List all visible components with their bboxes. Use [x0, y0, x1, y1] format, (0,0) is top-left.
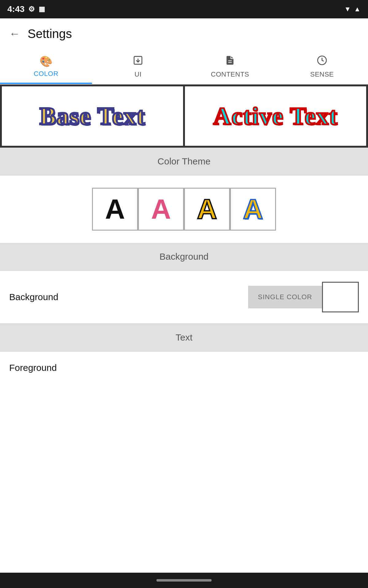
base-text-preview[interactable]: Base Text: [1, 85, 184, 147]
theme-option-gold[interactable]: A: [184, 188, 230, 231]
theme-options: A A A A: [0, 175, 368, 243]
tab-sense[interactable]: SENSE: [276, 49, 368, 84]
tab-ui[interactable]: UI: [92, 49, 184, 84]
text-section-header: Text: [0, 324, 368, 351]
sense-tab-icon: [317, 55, 327, 68]
color-theme-section-header: Color Theme: [0, 148, 368, 175]
background-row-label: Background: [9, 292, 248, 302]
page-title: Settings: [28, 27, 72, 41]
ui-tab-icon: [133, 55, 143, 68]
color-theme-label: Color Theme: [158, 156, 211, 166]
header: ← Settings: [0, 18, 368, 49]
foreground-row: Foreground: [0, 352, 368, 384]
theme-option-blue-gold[interactable]: A: [230, 188, 276, 231]
active-text-preview[interactable]: Active Text: [184, 85, 367, 147]
status-bar: 4:43 ⚙ ▦ ▼ ▲: [0, 0, 368, 18]
theme-gold-letter: A: [197, 194, 217, 225]
theme-plain-letter: A: [105, 194, 125, 225]
sim-icon: ▦: [39, 5, 45, 13]
tab-color-label: COLOR: [34, 70, 59, 78]
color-swatch[interactable]: [322, 282, 359, 312]
background-section-label: Background: [159, 251, 209, 262]
theme-option-pink[interactable]: A: [138, 188, 184, 231]
text-section-label: Text: [175, 332, 192, 342]
gear-icon: ⚙: [28, 5, 35, 13]
color-tab-icon: 🎨: [40, 55, 52, 67]
background-row: Background SINGLE COLOR: [0, 271, 368, 323]
base-text: Base Text: [40, 102, 145, 130]
active-text: Active Text: [213, 102, 338, 130]
background-section-header: Background: [0, 243, 368, 270]
theme-pink-letter: A: [151, 194, 171, 225]
tab-contents[interactable]: CONTENTS: [184, 49, 276, 84]
foreground-label: Foreground: [9, 363, 57, 373]
tab-contents-label: CONTENTS: [211, 70, 249, 78]
theme-blue-gold-letter: A: [243, 194, 263, 225]
preview-row: Base Text Active Text: [0, 85, 368, 148]
wifi-icon: ▼: [344, 5, 351, 13]
contents-tab-icon: [225, 55, 235, 68]
tab-color[interactable]: 🎨 COLOR: [0, 49, 92, 84]
single-color-button[interactable]: SINGLE COLOR: [248, 286, 322, 308]
status-bar-left: 4:43 ⚙ ▦: [7, 4, 45, 14]
tab-sense-label: SENSE: [310, 70, 334, 78]
status-time: 4:43: [7, 4, 25, 14]
home-indicator: [156, 579, 212, 582]
signal-icon: ▲: [354, 5, 361, 13]
status-bar-right: ▼ ▲: [344, 5, 361, 13]
tab-bar: 🎨 COLOR UI CONTENTS S: [0, 49, 368, 85]
tab-ui-label: UI: [135, 70, 142, 78]
back-button[interactable]: ←: [9, 27, 20, 40]
bottom-bar: [0, 573, 368, 588]
theme-option-plain[interactable]: A: [92, 188, 138, 231]
background-controls: SINGLE COLOR: [248, 282, 359, 312]
